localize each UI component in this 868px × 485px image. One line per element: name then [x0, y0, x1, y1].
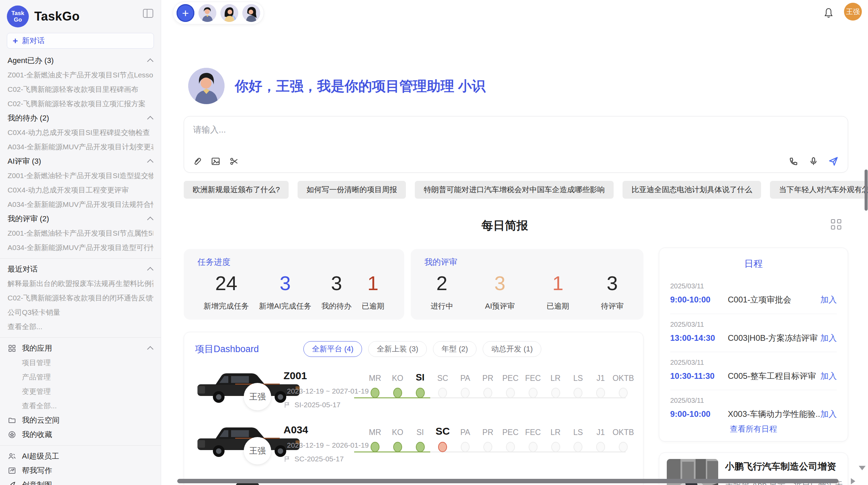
list-item[interactable]: C02-飞腾新能源轻客改款项目里程碑画布: [8, 82, 153, 97]
sidebar-collapse-icon[interactable]: [143, 9, 153, 18]
app-item-change-mgmt[interactable]: 变更管理: [0, 384, 161, 399]
milestone: SI: [409, 369, 432, 398]
event-date: 2025/03/11: [670, 321, 837, 328]
app-item-view-all[interactable]: 查看全部...: [0, 399, 161, 413]
help-me-write[interactable]: 帮我写作: [0, 463, 161, 478]
event-time: 9:00-10:00: [670, 409, 728, 419]
join-link[interactable]: 加入: [820, 409, 837, 420]
milestone-dot-done: [371, 388, 379, 398]
join-link[interactable]: 加入: [820, 333, 837, 344]
view-all-schedule-link[interactable]: 查看所有日程: [659, 424, 848, 434]
list-item[interactable]: Z001-全新燃油皮卡产品开发项目SI节点Lesson Learn报告: [8, 68, 153, 82]
avatar-assistant-2[interactable]: [220, 4, 238, 22]
filter-powertrain[interactable]: 动总开发 (1): [483, 341, 541, 357]
chevron-up-icon[interactable]: [147, 58, 153, 64]
project-row-a034[interactable]: 王强 A034 2023-12-19 ~ 2026-01-19 SC-2025-…: [184, 419, 643, 473]
my-apps-header[interactable]: 我的应用: [0, 341, 161, 356]
list-item[interactable]: A034-全新新能源MUV产品开发项目造型可行性评审: [8, 240, 153, 255]
creative-drawing[interactable]: 创意制图: [0, 478, 161, 485]
project-info: Z001 2023-12-19 ~ 2027-01-19 SI-2025-05-…: [284, 370, 362, 409]
composer-left-icons: [192, 156, 240, 167]
filter-year-model[interactable]: 年型 (2): [433, 341, 477, 357]
scissors-icon[interactable]: [229, 156, 240, 167]
milestone: J1: [589, 423, 612, 452]
notification-bell-icon[interactable]: [823, 8, 834, 18]
filter-all-platform[interactable]: 全新平台 (4): [303, 341, 362, 357]
milestone: PA: [454, 369, 477, 398]
logo-line2: Go: [14, 16, 22, 23]
stat-new-ai-done: 3 新增AI完成任务: [259, 272, 311, 311]
project-dashboard-card: 项目Dashboard 全新平台 (4) 全新上装 (3) 年型 (2) 动总开…: [184, 332, 643, 485]
section-title: Agent已办 (3): [8, 55, 54, 66]
scroll-right-arrow[interactable]: [851, 478, 855, 484]
schedule-card: 日程 2025/03/11 9:00-10:00 C001-立项审批会 加入 2…: [659, 248, 848, 442]
quick-access-bar: +: [173, 2, 264, 24]
avatar-assistant-3[interactable]: [242, 4, 260, 22]
project-row-z001[interactable]: 王强 Z001 2023-12-19 ~ 2027-01-19 SI-2025-…: [184, 365, 643, 419]
chevron-up-icon[interactable]: [147, 346, 153, 352]
list-item[interactable]: Z001-全新燃油轻卡产品开发项目SI造型提交物评审: [8, 169, 153, 183]
list-item[interactable]: C0X4-动力总成开发项目工程变更评审: [8, 183, 153, 197]
stat-ai-prereview: 3 AI预评审: [485, 272, 515, 311]
list-item[interactable]: C02-飞腾新能源轻客改款项目立项汇报方案: [8, 97, 153, 111]
chevron-up-icon[interactable]: [147, 216, 153, 223]
event-date: 2025/03/11: [670, 397, 837, 405]
suggestion-chip[interactable]: 特朗普可能对进口汽车增税会对中国车企造成哪些影响: [415, 181, 614, 199]
voice-call-icon[interactable]: [788, 156, 799, 167]
chat-input-card[interactable]: 请输入...: [184, 116, 848, 173]
suggestion-chip[interactable]: 当下年轻人对汽车外观有怎样的喜好趋势: [770, 181, 868, 199]
microphone-icon[interactable]: [808, 156, 819, 167]
ai-super-staff[interactable]: AI超级员工: [0, 449, 161, 463]
app-item-project-mgmt[interactable]: 项目管理: [0, 356, 161, 370]
join-link[interactable]: 加入: [820, 294, 837, 305]
logo-line1: Task: [11, 10, 24, 16]
list-item[interactable]: A034-全新新能源MUV产品开发项目计划变更表编写: [8, 140, 153, 154]
list-item[interactable]: C0X4-动力总成开发项目SI里程碑提交物检查: [8, 125, 153, 140]
scroll-down-arrow[interactable]: [859, 466, 866, 470]
suggestion-chip[interactable]: 欧洲新规最近颁布了什么?: [184, 181, 289, 199]
chevron-up-icon[interactable]: [147, 267, 153, 273]
section-recent-chats[interactable]: 最近对话: [8, 262, 153, 276]
my-cloud-space[interactable]: 我的云空间: [0, 413, 161, 427]
vertical-scrollbar[interactable]: [865, 170, 868, 211]
my-favorites[interactable]: 我的收藏: [0, 427, 161, 442]
list-item[interactable]: A034-全新新能源MUV产品开发项目法规符合性评审: [8, 197, 153, 212]
section-ai-review[interactable]: AI评审 (3): [8, 154, 153, 169]
user-avatar[interactable]: 王强: [844, 3, 862, 21]
list-item[interactable]: 公司Q3轻卡销量: [8, 305, 153, 320]
milestone: SI: [409, 423, 432, 452]
section-title: 我的待办 (2): [8, 113, 49, 123]
layout-grid-icon[interactable]: [831, 219, 841, 229]
horizontal-scrollbar[interactable]: [177, 479, 839, 483]
milestone-dot: [619, 442, 628, 452]
suggestion-chip[interactable]: 比亚迪全固态电池计划具体说了什么: [623, 181, 761, 199]
list-item[interactable]: 解释最新出台的欧盟报废车法规再生塑料比例被调至15%...: [8, 276, 153, 291]
app-item-product-mgmt[interactable]: 产品管理: [0, 370, 161, 384]
attachment-icon[interactable]: [192, 156, 203, 167]
add-assistant-button[interactable]: +: [177, 4, 194, 22]
send-icon[interactable]: [828, 156, 839, 167]
chevron-up-icon[interactable]: [147, 116, 153, 122]
milestone-dot-alert: [438, 442, 447, 452]
new-chat-button[interactable]: + 新对话: [7, 33, 154, 49]
milestone: PEC: [499, 423, 522, 452]
section-agent-done[interactable]: Agent已办 (3): [8, 53, 153, 68]
filter-new-body[interactable]: 全新上装 (3): [368, 341, 427, 357]
suggestion-chip[interactable]: 如何写一份清晰的项目周报: [298, 181, 406, 199]
milestone: MR: [364, 369, 386, 398]
suggestion-chips: 欧洲新规最近颁布了什么? 如何写一份清晰的项目周报 特朗普可能对进口汽车增税会对…: [184, 181, 848, 199]
list-item[interactable]: Z001-全新燃油轻卡产品开发项目SI节点属性5D文件评审: [8, 226, 153, 240]
list-item[interactable]: C02-飞腾新能源轻客改款项目的闭环通告反馈情况: [8, 291, 153, 305]
milestone-dot: [506, 388, 515, 398]
event-time: 13:00-14:30: [670, 333, 728, 343]
section-my-todo[interactable]: 我的待办 (2): [8, 111, 153, 125]
avatar-assistant-1[interactable]: [198, 4, 216, 22]
join-link[interactable]: 加入: [820, 371, 837, 382]
hero: 你好，王强，我是你的项目管理助理 小识: [188, 68, 485, 104]
event-name: C001-立项审批会: [728, 294, 820, 305]
view-all-chats[interactable]: 查看全部...: [8, 320, 153, 334]
flag-icon: [284, 401, 291, 409]
chevron-up-icon[interactable]: [147, 159, 153, 165]
image-upload-icon[interactable]: [210, 156, 221, 167]
section-my-review[interactable]: 我的评审 (2): [8, 212, 153, 226]
